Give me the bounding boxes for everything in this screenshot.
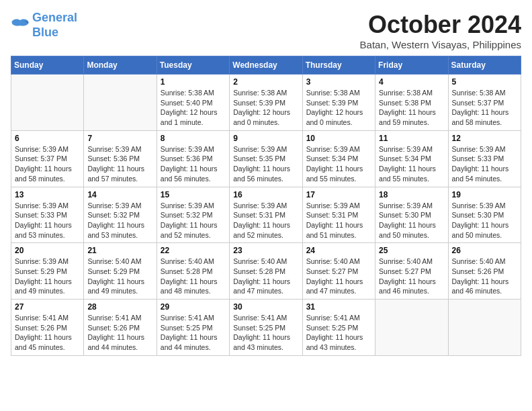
calendar-week-1: 1Sunrise: 5:38 AM Sunset: 5:40 PM Daylig…: [11, 75, 521, 131]
calendar-cell: 20Sunrise: 5:39 AM Sunset: 5:29 PM Dayli…: [11, 243, 84, 300]
day-info: Sunrise: 5:39 AM Sunset: 5:36 PM Dayligh…: [87, 144, 152, 184]
calendar-cell: 16Sunrise: 5:39 AM Sunset: 5:31 PM Dayli…: [230, 187, 302, 243]
day-number: 10: [306, 134, 371, 143]
day-number: 20: [15, 246, 80, 255]
day-info: Sunrise: 5:38 AM Sunset: 5:39 PM Dayligh…: [306, 88, 371, 128]
calendar-cell: 28Sunrise: 5:41 AM Sunset: 5:26 PM Dayli…: [84, 300, 157, 356]
calendar-cell: 17Sunrise: 5:39 AM Sunset: 5:31 PM Dayli…: [302, 187, 375, 243]
calendar-table: SundayMondayTuesdayWednesdayThursdayFrid…: [11, 56, 521, 356]
calendar-cell: 10Sunrise: 5:39 AM Sunset: 5:34 PM Dayli…: [302, 130, 375, 187]
day-info: Sunrise: 5:38 AM Sunset: 5:37 PM Dayligh…: [452, 88, 517, 128]
calendar-cell: 8Sunrise: 5:39 AM Sunset: 5:36 PM Daylig…: [157, 130, 229, 187]
day-info: Sunrise: 5:41 AM Sunset: 5:26 PM Dayligh…: [15, 313, 80, 353]
day-number: 22: [161, 246, 226, 255]
day-number: 6: [15, 134, 80, 143]
day-info: Sunrise: 5:39 AM Sunset: 5:32 PM Dayligh…: [161, 201, 226, 240]
day-info: Sunrise: 5:38 AM Sunset: 5:38 PM Dayligh…: [379, 88, 444, 128]
day-number: 16: [233, 190, 298, 199]
day-info: Sunrise: 5:39 AM Sunset: 5:37 PM Dayligh…: [15, 144, 80, 184]
day-number: 13: [15, 190, 80, 199]
calendar-cell: 31Sunrise: 5:41 AM Sunset: 5:25 PM Dayli…: [302, 300, 375, 356]
day-number: 18: [379, 190, 444, 199]
day-info: Sunrise: 5:39 AM Sunset: 5:31 PM Dayligh…: [233, 201, 298, 240]
calendar-week-3: 13Sunrise: 5:39 AM Sunset: 5:33 PM Dayli…: [11, 187, 521, 243]
day-number: 30: [233, 302, 298, 312]
calendar-cell: 24Sunrise: 5:40 AM Sunset: 5:27 PM Dayli…: [302, 243, 375, 300]
calendar-week-5: 27Sunrise: 5:41 AM Sunset: 5:26 PM Dayli…: [11, 300, 521, 356]
calendar-cell: 9Sunrise: 5:39 AM Sunset: 5:35 PM Daylig…: [230, 130, 302, 187]
calendar-cell: 18Sunrise: 5:39 AM Sunset: 5:30 PM Dayli…: [375, 187, 448, 243]
calendar-cell: 3Sunrise: 5:38 AM Sunset: 5:39 PM Daylig…: [302, 75, 375, 131]
calendar-cell: [84, 75, 157, 131]
day-info: Sunrise: 5:40 AM Sunset: 5:28 PM Dayligh…: [161, 257, 226, 296]
calendar-week-4: 20Sunrise: 5:39 AM Sunset: 5:29 PM Dayli…: [11, 243, 521, 300]
month-title: October 2024: [360, 11, 521, 39]
day-info: Sunrise: 5:39 AM Sunset: 5:33 PM Dayligh…: [452, 144, 517, 184]
title-block: October 2024 Batan, Western Visayas, Phi…: [360, 11, 521, 50]
day-info: Sunrise: 5:40 AM Sunset: 5:27 PM Dayligh…: [379, 257, 444, 296]
day-number: 28: [87, 302, 152, 312]
calendar-week-2: 6Sunrise: 5:39 AM Sunset: 5:37 PM Daylig…: [11, 130, 521, 187]
day-number: 7: [87, 134, 152, 143]
calendar-cell: 15Sunrise: 5:39 AM Sunset: 5:32 PM Dayli…: [157, 187, 229, 243]
calendar-cell: 26Sunrise: 5:40 AM Sunset: 5:26 PM Dayli…: [448, 243, 521, 300]
day-info: Sunrise: 5:39 AM Sunset: 5:29 PM Dayligh…: [15, 257, 80, 296]
calendar-cell: 13Sunrise: 5:39 AM Sunset: 5:33 PM Dayli…: [11, 187, 84, 243]
calendar-header-row: SundayMondayTuesdayWednesdayThursdayFrid…: [11, 56, 521, 75]
day-info: Sunrise: 5:40 AM Sunset: 5:27 PM Dayligh…: [306, 257, 371, 296]
day-info: Sunrise: 5:39 AM Sunset: 5:30 PM Dayligh…: [452, 201, 517, 240]
header-friday: Friday: [375, 56, 448, 75]
day-number: 21: [87, 246, 152, 255]
day-number: 15: [161, 190, 226, 199]
calendar-cell: 6Sunrise: 5:39 AM Sunset: 5:37 PM Daylig…: [11, 130, 84, 187]
day-number: 8: [161, 134, 226, 143]
day-info: Sunrise: 5:41 AM Sunset: 5:26 PM Dayligh…: [87, 313, 152, 353]
calendar-cell: 5Sunrise: 5:38 AM Sunset: 5:37 PM Daylig…: [448, 75, 521, 131]
day-info: Sunrise: 5:39 AM Sunset: 5:36 PM Dayligh…: [161, 144, 226, 184]
day-info: Sunrise: 5:39 AM Sunset: 5:32 PM Dayligh…: [87, 201, 152, 240]
logo-icon: [11, 18, 30, 33]
day-info: Sunrise: 5:39 AM Sunset: 5:34 PM Dayligh…: [306, 144, 371, 184]
day-number: 4: [379, 77, 444, 87]
day-info: Sunrise: 5:39 AM Sunset: 5:33 PM Dayligh…: [15, 201, 80, 240]
day-number: 2: [233, 77, 298, 87]
calendar-cell: 30Sunrise: 5:41 AM Sunset: 5:25 PM Dayli…: [230, 300, 302, 356]
day-info: Sunrise: 5:39 AM Sunset: 5:30 PM Dayligh…: [379, 201, 444, 240]
day-number: 27: [15, 302, 80, 312]
day-info: Sunrise: 5:41 AM Sunset: 5:25 PM Dayligh…: [306, 313, 371, 353]
day-info: Sunrise: 5:40 AM Sunset: 5:26 PM Dayligh…: [452, 257, 517, 296]
day-number: 12: [452, 134, 517, 143]
day-number: 5: [452, 77, 517, 87]
calendar-cell: 1Sunrise: 5:38 AM Sunset: 5:40 PM Daylig…: [157, 75, 229, 131]
calendar-cell: 14Sunrise: 5:39 AM Sunset: 5:32 PM Dayli…: [84, 187, 157, 243]
calendar-cell: 25Sunrise: 5:40 AM Sunset: 5:27 PM Dayli…: [375, 243, 448, 300]
calendar-cell: 23Sunrise: 5:40 AM Sunset: 5:28 PM Dayli…: [230, 243, 302, 300]
calendar-cell: [11, 75, 84, 131]
day-number: 1: [161, 77, 226, 87]
header-sunday: Sunday: [11, 56, 84, 75]
day-number: 14: [87, 190, 152, 199]
calendar-cell: 21Sunrise: 5:40 AM Sunset: 5:29 PM Dayli…: [84, 243, 157, 300]
day-info: Sunrise: 5:39 AM Sunset: 5:31 PM Dayligh…: [306, 201, 371, 240]
calendar-cell: 22Sunrise: 5:40 AM Sunset: 5:28 PM Dayli…: [157, 243, 229, 300]
calendar-cell: [375, 300, 448, 356]
day-number: 26: [452, 246, 517, 255]
header-tuesday: Tuesday: [157, 56, 229, 75]
calendar-cell: 19Sunrise: 5:39 AM Sunset: 5:30 PM Dayli…: [448, 187, 521, 243]
day-info: Sunrise: 5:39 AM Sunset: 5:35 PM Dayligh…: [233, 144, 298, 184]
day-info: Sunrise: 5:40 AM Sunset: 5:29 PM Dayligh…: [87, 257, 152, 296]
day-number: 9: [233, 134, 298, 143]
calendar-cell: 29Sunrise: 5:41 AM Sunset: 5:25 PM Dayli…: [157, 300, 229, 356]
calendar-cell: 7Sunrise: 5:39 AM Sunset: 5:36 PM Daylig…: [84, 130, 157, 187]
logo-text: General Blue: [32, 11, 77, 40]
day-number: 31: [306, 302, 371, 312]
page-header: General Blue October 2024 Batan, Western…: [11, 11, 521, 50]
day-info: Sunrise: 5:39 AM Sunset: 5:34 PM Dayligh…: [379, 144, 444, 184]
header-monday: Monday: [84, 56, 157, 75]
day-number: 19: [452, 190, 517, 199]
day-info: Sunrise: 5:38 AM Sunset: 5:39 PM Dayligh…: [233, 88, 298, 128]
location-title: Batan, Western Visayas, Philippines: [360, 39, 521, 50]
calendar-cell: 2Sunrise: 5:38 AM Sunset: 5:39 PM Daylig…: [230, 75, 302, 131]
day-info: Sunrise: 5:38 AM Sunset: 5:40 PM Dayligh…: [161, 88, 226, 128]
day-number: 3: [306, 77, 371, 87]
